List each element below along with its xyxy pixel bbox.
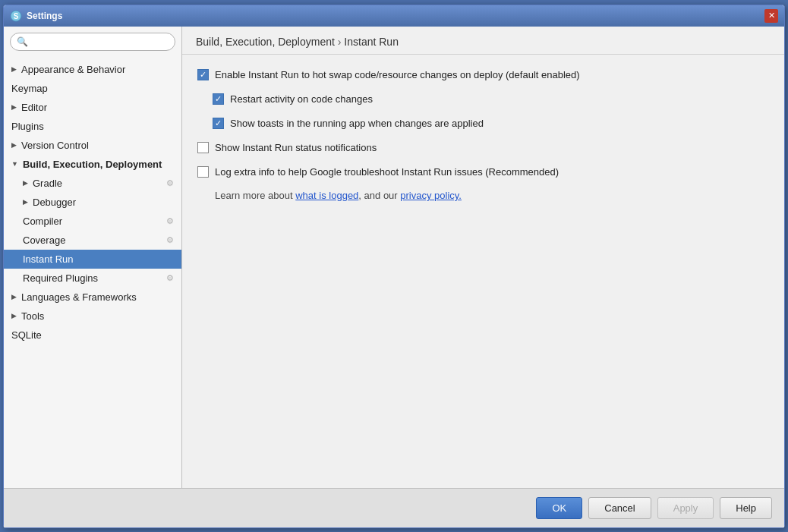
content-panel: Build, Execution, Deployment › Instant R… xyxy=(182,27,784,488)
arrow-icon: ▶ xyxy=(11,65,17,73)
setting-label-show-toasts: Show toasts in the running app when chan… xyxy=(230,117,484,131)
content-header: Build, Execution, Deployment › Instant R… xyxy=(182,27,784,55)
svg-text:S: S xyxy=(14,12,19,20)
sidebar-item-label: Gradle xyxy=(33,178,62,189)
cancel-button[interactable]: Cancel xyxy=(588,497,651,519)
sidebar-item-compiler[interactable]: Compiler ⚙ xyxy=(4,212,181,231)
nav-items: ▶ Appearance & Behavior Keymap ▶ Editor … xyxy=(4,57,181,488)
main-content: 🔍 ▶ Appearance & Behavior Keymap ▶ Edito… xyxy=(4,27,784,488)
arrow-icon: ▶ xyxy=(11,312,17,320)
search-input[interactable] xyxy=(32,36,169,47)
sidebar-item-coverage[interactable]: Coverage ⚙ xyxy=(4,231,181,250)
gear-icon: ⚙ xyxy=(166,216,174,226)
setting-label-show-status: Show Instant Run status notifications xyxy=(215,141,377,155)
sidebar-item-languages-frameworks[interactable]: ▶ Languages & Frameworks xyxy=(4,288,181,307)
arrow-icon: ▶ xyxy=(23,179,28,187)
setting-log-extra-info: Log extra info to help Google troublesho… xyxy=(197,165,769,179)
what-is-logged-link[interactable]: what is logged xyxy=(295,190,358,201)
sidebar-item-label: Editor xyxy=(21,102,47,113)
sidebar-item-editor[interactable]: ▶ Editor xyxy=(4,98,181,117)
sidebar-item-sqlite[interactable]: SQLite xyxy=(4,326,181,345)
search-icon: 🔍 xyxy=(17,36,28,47)
sidebar-item-label: Coverage xyxy=(23,235,65,246)
sidebar-item-appearance[interactable]: ▶ Appearance & Behavior xyxy=(4,60,181,79)
sidebar-item-version-control[interactable]: ▶ Version Control xyxy=(4,136,181,155)
breadcrumb-part1: Build, Execution, Deployment xyxy=(196,36,335,48)
learn-more-prefix: Learn more about xyxy=(215,190,295,201)
setting-label-restart-activity: Restart activity on code changes xyxy=(230,93,373,106)
settings-window: S Settings ✕ 🔍 ▶ Appearance & Behavior K… xyxy=(3,5,785,528)
app-icon: S xyxy=(10,10,22,22)
apply-button[interactable]: Apply xyxy=(657,497,714,519)
sidebar-item-label: Compiler xyxy=(23,216,62,227)
arrow-icon: ▶ xyxy=(11,103,17,111)
sidebar-item-label: Appearance & Behavior xyxy=(21,64,125,75)
breadcrumb-sep: › xyxy=(335,36,344,48)
setting-label-enable-instant-run: Enable Instant Run to hot swap code/reso… xyxy=(215,68,580,82)
sidebar-item-build-execution[interactable]: ▼ Build, Execution, Deployment xyxy=(4,155,181,174)
checkbox-restart-activity[interactable] xyxy=(213,93,224,105)
sidebar-item-keymap[interactable]: Keymap xyxy=(4,79,181,98)
gear-icon: ⚙ xyxy=(166,273,174,283)
sidebar-item-label: Keymap xyxy=(11,83,48,94)
sidebar: 🔍 ▶ Appearance & Behavior Keymap ▶ Edito… xyxy=(4,27,182,488)
sidebar-item-instant-run[interactable]: Instant Run xyxy=(4,250,181,269)
privacy-policy-link[interactable]: privacy policy. xyxy=(400,190,462,201)
footer: OK Cancel Apply Help xyxy=(4,488,784,527)
learn-more-middle: , and our xyxy=(358,190,400,201)
sidebar-item-label: Required Plugins xyxy=(23,272,98,284)
sidebar-item-required-plugins[interactable]: Required Plugins ⚙ xyxy=(4,269,181,288)
setting-label-log-extra-info: Log extra info to help Google troublesho… xyxy=(215,165,559,179)
search-box: 🔍 xyxy=(10,33,175,51)
checkbox-show-status[interactable] xyxy=(197,142,209,153)
sidebar-item-tools[interactable]: ▶ Tools xyxy=(4,307,181,326)
setting-show-toasts: Show toasts in the running app when chan… xyxy=(197,117,769,131)
gear-icon: ⚙ xyxy=(166,178,174,188)
setting-show-status: Show Instant Run status notifications xyxy=(197,141,769,155)
sidebar-item-plugins[interactable]: Plugins xyxy=(4,117,181,136)
sidebar-item-label: SQLite xyxy=(11,329,42,341)
sidebar-item-label: Plugins xyxy=(11,121,44,132)
sidebar-item-label: Languages & Frameworks xyxy=(21,291,137,303)
content-body: Enable Instant Run to hot swap code/reso… xyxy=(182,55,784,488)
ok-button[interactable]: OK xyxy=(536,497,582,519)
arrow-icon: ▼ xyxy=(11,160,18,168)
sidebar-item-label: Tools xyxy=(21,310,44,322)
sidebar-item-label: Instant Run xyxy=(23,253,74,265)
gear-icon: ⚙ xyxy=(166,235,174,245)
arrow-icon: ▶ xyxy=(11,141,17,149)
arrow-icon: ▶ xyxy=(23,198,28,206)
window-title: Settings xyxy=(27,11,62,21)
title-bar: S Settings ✕ xyxy=(4,5,784,27)
checkbox-log-extra-info[interactable] xyxy=(197,166,209,178)
close-button[interactable]: ✕ xyxy=(764,9,778,23)
setting-restart-activity: Restart activity on code changes xyxy=(197,93,769,106)
checkbox-show-toasts[interactable] xyxy=(213,118,224,129)
sidebar-item-debugger[interactable]: ▶ Debugger xyxy=(4,193,181,212)
sidebar-item-label: Build, Execution, Deployment xyxy=(23,159,162,170)
breadcrumb-part2: Instant Run xyxy=(344,36,399,48)
learn-more: Learn more about what is logged, and our… xyxy=(197,190,769,201)
sidebar-item-label: Version Control xyxy=(21,140,89,151)
sidebar-item-label: Debugger xyxy=(33,197,76,208)
setting-enable-instant-run: Enable Instant Run to hot swap code/reso… xyxy=(197,68,769,82)
arrow-icon: ▶ xyxy=(11,293,17,301)
help-button[interactable]: Help xyxy=(720,497,772,519)
checkbox-enable-instant-run[interactable] xyxy=(197,69,209,80)
title-bar-left: S Settings xyxy=(10,10,62,22)
sidebar-item-gradle[interactable]: ▶ Gradle ⚙ xyxy=(4,174,181,193)
